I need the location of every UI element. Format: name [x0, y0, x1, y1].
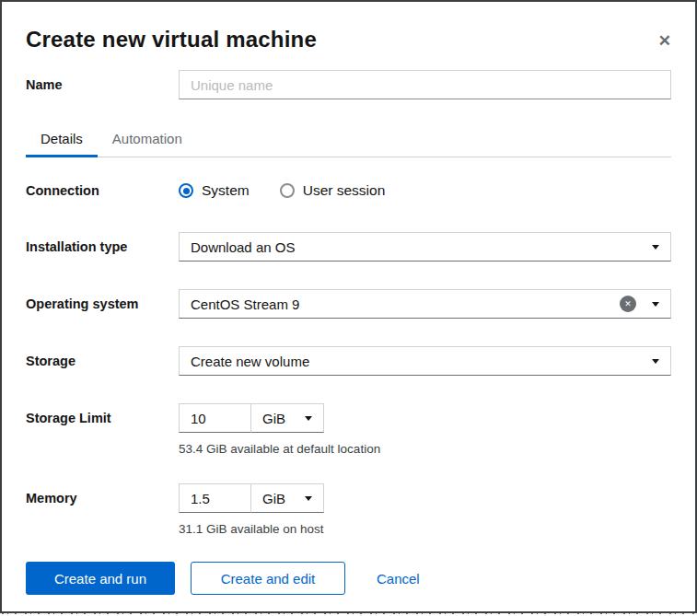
- storage-limit-group: Storage Limit GiB 53.4 GiB available at …: [26, 376, 671, 457]
- storage-value: Create new volume: [191, 354, 652, 369]
- storage-limit-input[interactable]: [179, 403, 250, 433]
- clear-selection-icon[interactable]: ✕: [620, 296, 636, 312]
- chevron-down-icon: [305, 496, 312, 501]
- memory-helper-text: 31.1 GiB available on host: [179, 522, 324, 536]
- memory-unit-value: GiB: [262, 491, 305, 506]
- background-page-sliver: [2, 611, 697, 614]
- chevron-down-icon: [652, 359, 659, 364]
- installation-type-row: Installation type Download an OS: [26, 232, 671, 262]
- create-and-edit-button[interactable]: Create and edit: [191, 562, 345, 595]
- radio-selected-icon: [179, 183, 193, 198]
- tab-automation[interactable]: Automation: [98, 130, 197, 157]
- chevron-down-icon: [652, 245, 659, 250]
- memory-input[interactable]: [179, 483, 250, 513]
- radio-user-session-label: User session: [303, 182, 386, 199]
- storage-label: Storage: [26, 354, 179, 368]
- connection-label: Connection: [26, 183, 179, 198]
- name-label: Name: [26, 77, 179, 92]
- storage-limit-helper-text: 53.4 GiB available at default location: [179, 442, 380, 456]
- storage-limit-row: Storage Limit GiB: [26, 403, 671, 433]
- memory-helper-row: 31.1 GiB available on host: [179, 520, 671, 537]
- tab-bar: Details Automation: [26, 130, 671, 157]
- operating-system-value: CentOS Stream 9: [191, 296, 620, 312]
- storage-row: Storage Create new volume: [26, 346, 671, 376]
- storage-limit-unit-select[interactable]: GiB: [250, 403, 324, 433]
- installation-type-select[interactable]: Download an OS: [179, 232, 671, 262]
- operating-system-row: Operating system CentOS Stream 9 ✕: [26, 289, 671, 319]
- memory-group: Memory GiB 31.1 GiB available on host: [26, 457, 671, 537]
- radio-unselected-icon: [280, 183, 295, 198]
- chevron-down-icon: [652, 302, 659, 307]
- storage-limit-helper-row: 53.4 GiB available at default location: [179, 440, 671, 457]
- name-input[interactable]: [179, 70, 671, 99]
- page-title: Create new virtual machine: [26, 26, 317, 53]
- storage-select[interactable]: Create new volume: [179, 346, 671, 376]
- connection-row: Connection System User session: [26, 182, 671, 199]
- cancel-button[interactable]: Cancel: [377, 562, 420, 595]
- installation-type-value: Download an OS: [191, 239, 652, 255]
- operating-system-select[interactable]: CentOS Stream 9 ✕: [179, 289, 671, 319]
- close-icon: ✕: [658, 32, 671, 50]
- radio-system-label: System: [202, 182, 250, 199]
- memory-label: Memory: [26, 491, 179, 506]
- operating-system-label: Operating system: [26, 296, 179, 311]
- radio-system[interactable]: System: [179, 182, 250, 199]
- close-button[interactable]: ✕: [655, 31, 675, 51]
- dialog-header: Create new virtual machine ✕: [26, 26, 671, 53]
- tab-details[interactable]: Details: [26, 130, 98, 157]
- create-vm-dialog: Create new virtual machine ✕ Name Detail…: [0, 0, 697, 613]
- dialog-footer: Create and run Create and edit Cancel: [26, 562, 671, 595]
- memory-row: Memory GiB: [26, 483, 671, 513]
- name-row: Name: [26, 70, 671, 99]
- storage-limit-unit-value: GiB: [262, 411, 305, 426]
- radio-user-session[interactable]: User session: [280, 182, 386, 199]
- chevron-down-icon: [305, 416, 312, 421]
- memory-unit-select[interactable]: GiB: [250, 483, 324, 513]
- installation-type-label: Installation type: [26, 239, 179, 254]
- create-and-run-button[interactable]: Create and run: [26, 562, 175, 595]
- storage-limit-label: Storage Limit: [26, 411, 179, 425]
